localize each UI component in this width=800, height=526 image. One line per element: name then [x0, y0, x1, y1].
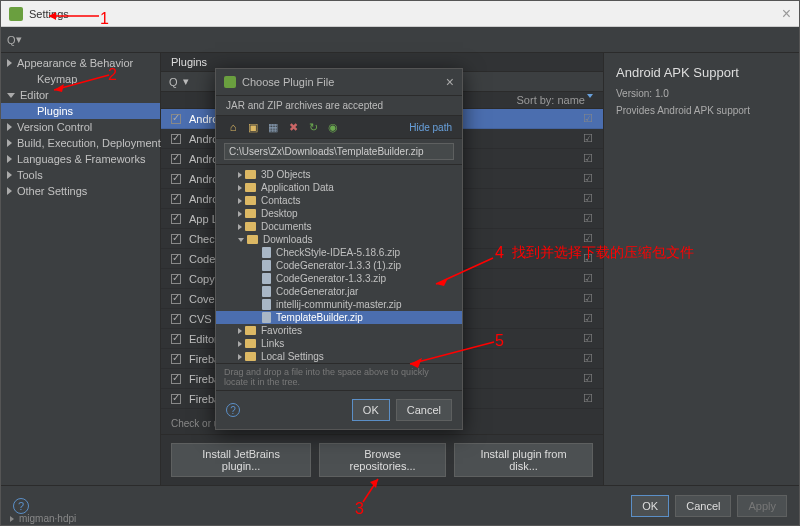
- tree-item-label: Local Settings: [261, 351, 324, 362]
- tree-row[interactable]: Contacts: [216, 194, 462, 207]
- plugin-version: Version: 1.0: [616, 88, 787, 99]
- tree-row[interactable]: intellij-community-master.zip: [216, 298, 462, 311]
- dialog-ok-button[interactable]: OK: [352, 399, 390, 421]
- plugin-checkbox[interactable]: [171, 354, 181, 364]
- settings-sidebar: Appearance & BehaviorKeymapEditorPlugins…: [1, 53, 161, 485]
- folder-icon: [245, 196, 256, 205]
- sidebar-item-label: Keymap: [37, 73, 77, 85]
- tree-row[interactable]: 3D Objects: [216, 168, 462, 181]
- sidebar-item[interactable]: Keymap: [1, 71, 160, 87]
- plugin-checkbox[interactable]: [171, 254, 181, 264]
- sidebar-item[interactable]: Version Control: [1, 119, 160, 135]
- plugin-checkbox[interactable]: [171, 114, 181, 124]
- sidebar-item[interactable]: Build, Execution, Deployment: [1, 135, 160, 151]
- dialog-help-icon[interactable]: ?: [226, 403, 240, 417]
- titlebar: Settings ×: [1, 1, 799, 27]
- sidebar-item-label: Other Settings: [17, 185, 87, 197]
- plugin-checkbox[interactable]: [171, 274, 181, 284]
- file-tree[interactable]: 3D ObjectsApplication DataContactsDeskto…: [216, 165, 462, 363]
- tree-row[interactable]: CodeGenerator.jar: [216, 285, 462, 298]
- delete-icon[interactable]: ✖: [286, 120, 300, 134]
- settings-footer: ? OK Cancel Apply: [1, 485, 799, 525]
- sidebar-item-label: Build, Execution, Deployment: [17, 137, 161, 149]
- choose-plugin-file-dialog: Choose Plugin File × JAR and ZIP archive…: [215, 68, 463, 430]
- tree-row[interactable]: Application Data: [216, 181, 462, 194]
- expand-icon: [7, 155, 12, 163]
- enabled-indicator: ☑: [583, 332, 593, 345]
- browse-repositories-button[interactable]: Browse repositories...: [319, 443, 446, 477]
- settings-search[interactable]: Q ▾: [1, 33, 161, 46]
- plugin-checkbox[interactable]: [171, 214, 181, 224]
- hide-path-link[interactable]: Hide path: [409, 122, 452, 133]
- plugin-checkbox[interactable]: [171, 314, 181, 324]
- sidebar-item[interactable]: Tools: [1, 167, 160, 183]
- expand-icon: [238, 328, 242, 334]
- expand-icon: [238, 198, 242, 204]
- search-label: Q: [7, 34, 16, 46]
- tree-item-label: Links: [261, 338, 284, 349]
- folder-icon: [245, 209, 256, 218]
- plugin-checkbox[interactable]: [171, 394, 181, 404]
- ok-button[interactable]: OK: [631, 495, 669, 517]
- new-folder-icon[interactable]: ▦: [266, 120, 280, 134]
- tree-item-label: CheckStyle-IDEA-5.18.6.zip: [276, 247, 400, 258]
- tree-row[interactable]: Desktop: [216, 207, 462, 220]
- cancel-button[interactable]: Cancel: [675, 495, 731, 517]
- sidebar-item[interactable]: Languages & Frameworks: [1, 151, 160, 167]
- file-toolbar: ⌂ ▣ ▦ ✖ ↻ ◉ Hide path: [216, 116, 462, 139]
- dialog-icon: [224, 76, 236, 88]
- plugin-title: Android APK Support: [616, 65, 787, 80]
- folder-icon: [245, 183, 256, 192]
- plugin-checkbox[interactable]: [171, 194, 181, 204]
- install-jetbrains-button[interactable]: Install JetBrains plugin...: [171, 443, 311, 477]
- sidebar-item-label: Tools: [17, 169, 43, 181]
- dialog-close-icon[interactable]: ×: [446, 74, 454, 90]
- path-input[interactable]: [224, 143, 454, 160]
- tree-item-label: CodeGenerator-1.3.3 (1).zip: [276, 260, 401, 271]
- status-strip: migman·hdpi: [10, 513, 76, 524]
- expand-icon: [7, 139, 12, 147]
- install-from-disk-button[interactable]: Install plugin from disk...: [454, 443, 593, 477]
- tree-row[interactable]: Links: [216, 337, 462, 350]
- tree-row[interactable]: CheckStyle-IDEA-5.18.6.zip: [216, 246, 462, 259]
- plugin-checkbox[interactable]: [171, 154, 181, 164]
- plugin-checkbox[interactable]: [171, 174, 181, 184]
- sidebar-item-label: Plugins: [37, 105, 73, 117]
- tree-item-label: TemplateBuilder.zip: [276, 312, 363, 323]
- plugin-checkbox[interactable]: [171, 294, 181, 304]
- plugin-checkbox[interactable]: [171, 374, 181, 384]
- plugin-checkbox[interactable]: [171, 234, 181, 244]
- expand-icon: [10, 516, 14, 522]
- tree-row[interactable]: Favorites: [216, 324, 462, 337]
- project-icon[interactable]: ▣: [246, 120, 260, 134]
- plugin-actions: Install JetBrains plugin... Browse repos…: [161, 434, 603, 485]
- help-icon[interactable]: ?: [13, 498, 29, 514]
- folder-icon: [247, 235, 258, 244]
- enabled-indicator: ☑: [583, 392, 593, 405]
- file-icon: [262, 247, 271, 258]
- sidebar-item-label: Editor: [20, 89, 49, 101]
- tree-row[interactable]: Documents: [216, 220, 462, 233]
- apply-button[interactable]: Apply: [737, 495, 787, 517]
- sidebar-item[interactable]: Other Settings: [1, 183, 160, 199]
- tree-row[interactable]: CodeGenerator-1.3.3 (1).zip: [216, 259, 462, 272]
- sidebar-item[interactable]: Appearance & Behavior: [1, 55, 160, 71]
- plugin-checkbox[interactable]: [171, 134, 181, 144]
- tree-row[interactable]: TemplateBuilder.zip: [216, 311, 462, 324]
- sidebar-item[interactable]: Editor: [1, 87, 160, 103]
- dialog-cancel-button[interactable]: Cancel: [396, 399, 452, 421]
- enabled-indicator: ☑: [583, 352, 593, 365]
- home-icon[interactable]: ⌂: [226, 120, 240, 134]
- file-icon: [262, 299, 271, 310]
- plugins-search[interactable]: Q▾: [169, 75, 189, 88]
- sidebar-item[interactable]: Plugins: [1, 103, 160, 119]
- refresh-icon[interactable]: ↻: [306, 120, 320, 134]
- window-close-icon[interactable]: ×: [782, 5, 791, 23]
- enabled-indicator: ☑: [583, 172, 593, 185]
- tree-row[interactable]: Local Settings: [216, 350, 462, 363]
- tree-row[interactable]: CodeGenerator-1.3.3.zip: [216, 272, 462, 285]
- file-icon: [262, 273, 271, 284]
- plugin-checkbox[interactable]: [171, 334, 181, 344]
- tree-row[interactable]: Downloads: [216, 233, 462, 246]
- show-hidden-icon[interactable]: ◉: [326, 120, 340, 134]
